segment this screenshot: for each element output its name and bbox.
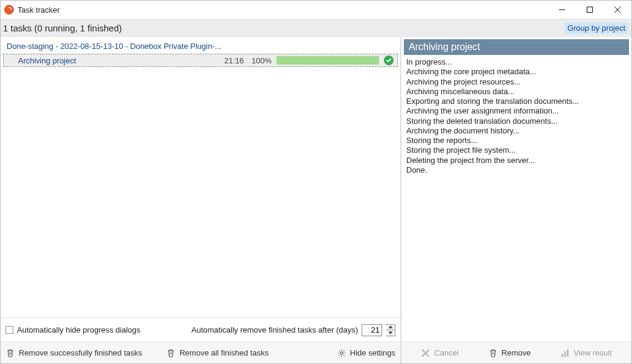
right-pane: Archiving project In progress...Archivin… xyxy=(401,37,631,363)
maximize-button[interactable] xyxy=(576,1,604,19)
trash-icon xyxy=(5,348,15,358)
detail-title: Archiving project xyxy=(404,39,629,55)
log-line: Archiving the user assignment informatio… xyxy=(406,106,627,116)
minimize-button[interactable] xyxy=(548,1,576,19)
log-line: Storing the project file system... xyxy=(406,145,627,155)
days-spinner xyxy=(386,324,395,336)
cancel-icon xyxy=(421,348,430,358)
hide-settings-label: Hide settings xyxy=(350,348,395,357)
log-line: Deleting the project from the server... xyxy=(406,156,627,165)
remove-all-label: Remove all finished tasks xyxy=(179,348,268,357)
remove-success-label: Remove successfully finished tasks xyxy=(19,348,142,357)
progress-bar-fill xyxy=(276,56,379,65)
left-action-bar: Remove successfully finished tasks Remov… xyxy=(1,342,400,363)
auto-remove-days-wrap: Automatically remove finished tasks afte… xyxy=(191,324,395,336)
window-controls xyxy=(548,1,631,19)
task-list: Done-staging - 2022-08-15-13-10 - Donebo… xyxy=(1,37,400,318)
gear-icon xyxy=(337,348,346,358)
progress-bar xyxy=(276,56,379,65)
window-title: Task tracker xyxy=(18,5,548,14)
status-row: 1 tasks (0 running, 1 finished) Group by… xyxy=(1,19,631,37)
auto-hide-checkbox[interactable] xyxy=(5,326,13,334)
log-line: Storing the deleted translation document… xyxy=(406,117,627,126)
task-time: 21:16 xyxy=(211,56,244,65)
svg-point-5 xyxy=(340,351,343,354)
view-result-label: View result xyxy=(573,348,611,357)
days-spinner-up[interactable] xyxy=(386,325,395,331)
auto-remove-label: Automatically remove finished tasks afte… xyxy=(191,325,358,334)
log-line: Archiving the document history... xyxy=(406,126,627,136)
body: Done-staging - 2022-08-15-13-10 - Donebo… xyxy=(1,37,631,363)
task-summary: 1 tasks (0 running, 1 finished) xyxy=(3,23,565,33)
log-line: Archiving the core project metadata... xyxy=(406,67,627,77)
task-row[interactable]: Archiving project 21:16 100% xyxy=(3,54,398,67)
svg-rect-7 xyxy=(564,351,566,357)
log-line: In progress... xyxy=(406,57,627,67)
left-pane: Done-staging - 2022-08-15-13-10 - Donebo… xyxy=(1,37,401,363)
log-line: Exporting and storing the translation do… xyxy=(406,97,627,106)
check-icon xyxy=(384,56,394,65)
auto-hide-label: Automatically hide progress dialogs xyxy=(17,325,141,334)
task-tracker-window: Task tracker 1 tasks (0 running, 1 finis… xyxy=(0,0,632,364)
cancel-button[interactable]: Cancel xyxy=(421,348,458,358)
titlebar: Task tracker xyxy=(1,1,631,19)
remove-button[interactable]: Remove xyxy=(488,348,531,358)
days-spinner-down[interactable] xyxy=(386,330,395,336)
group-by-project-link[interactable]: Group by project xyxy=(565,22,628,34)
svg-rect-6 xyxy=(561,354,563,357)
task-name: Archiving project xyxy=(18,56,211,65)
trash-icon xyxy=(488,348,498,358)
log-line: Archiving miscellaneous data... xyxy=(406,87,627,97)
bar-chart-icon xyxy=(560,348,570,358)
log-line: Archiving the project resources... xyxy=(406,77,627,87)
trash-icon xyxy=(166,348,176,358)
svg-rect-8 xyxy=(567,350,569,357)
remove-all-button[interactable]: Remove all finished tasks xyxy=(166,348,268,358)
left-options: Automatically hide progress dialogs Auto… xyxy=(1,318,400,342)
task-status-icon-wrap xyxy=(379,56,394,65)
view-result-button[interactable]: View result xyxy=(560,348,611,358)
app-icon xyxy=(4,5,14,14)
remove-success-button[interactable]: Remove successfully finished tasks xyxy=(5,348,142,358)
log-line: Storing the reports... xyxy=(406,136,627,145)
project-header[interactable]: Done-staging - 2022-08-15-13-10 - Donebo… xyxy=(3,39,398,53)
close-button[interactable] xyxy=(604,1,631,19)
task-percent: 100% xyxy=(244,56,272,65)
svg-rect-2 xyxy=(587,7,593,13)
hide-settings-button[interactable]: Hide settings xyxy=(337,348,395,358)
auto-remove-days-input[interactable] xyxy=(362,324,382,336)
log-line: Done. xyxy=(406,165,627,175)
right-action-bar: Cancel Remove View result xyxy=(401,342,631,363)
remove-label: Remove xyxy=(502,348,531,357)
detail-log: In progress...Archiving the core project… xyxy=(401,57,631,342)
cancel-label: Cancel xyxy=(434,348,458,357)
